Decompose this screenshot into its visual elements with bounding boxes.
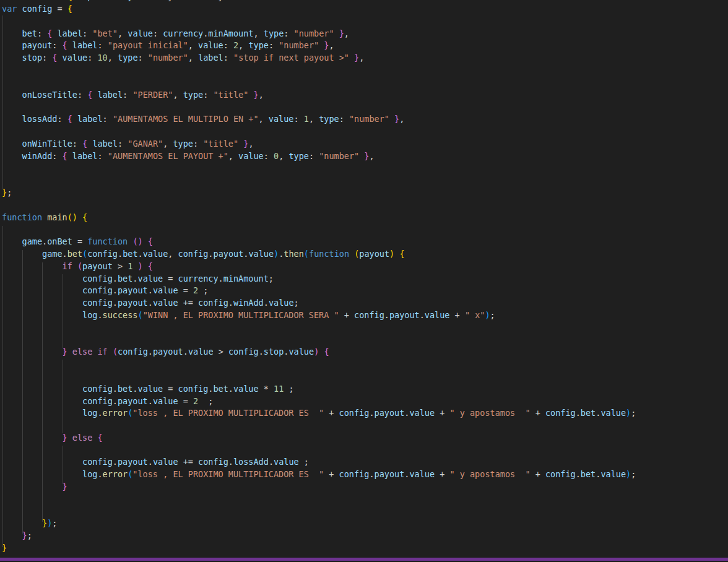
code-token: }	[339, 28, 344, 38]
code-token: "GANAR"	[128, 139, 163, 149]
code-line[interactable]	[2, 371, 728, 383]
code-token	[2, 151, 22, 161]
code-token	[67, 433, 72, 443]
code-token: value	[425, 310, 450, 320]
code-token: :	[118, 139, 128, 149]
code-token: .	[420, 310, 425, 320]
code-line[interactable]	[2, 162, 728, 175]
code-token: payout	[359, 249, 389, 259]
code-line[interactable]	[2, 64, 728, 77]
code-area[interactable]: var config = { bet: { label: "bet", valu…	[2, 3, 728, 555]
code-line[interactable]	[2, 444, 728, 457]
code-token: config	[82, 457, 113, 467]
code-token: 10	[97, 53, 107, 63]
code-line[interactable]	[2, 199, 728, 212]
code-token: :	[52, 40, 62, 50]
code-line[interactable]: if (payout > 1 ) {	[2, 261, 728, 273]
code-token: function	[309, 249, 349, 259]
code-token: label	[92, 139, 118, 149]
code-line[interactable]: game.bet(config.bet.value, config.payout…	[2, 248, 728, 261]
code-line[interactable]	[2, 77, 728, 89]
code-token: payout	[375, 469, 405, 479]
code-token: {	[148, 261, 153, 271]
code-line[interactable]: config.bet.value = config.bet.value * 11…	[2, 383, 728, 396]
code-line[interactable]: config.payout.value += config.winAdd.val…	[2, 297, 728, 309]
code-line[interactable]: } else {	[2, 432, 728, 444]
code-token	[72, 0, 87, 1]
indent-guide	[22, 250, 23, 534]
code-token: payout	[375, 408, 405, 418]
code-token: currency	[163, 28, 203, 38]
code-line[interactable]: game.onBet = function () {	[2, 236, 728, 248]
code-token: "AUMENTAMOS EL MULTIPLO EN +"	[113, 114, 259, 124]
code-token: config	[354, 310, 384, 320]
code-token: .	[132, 384, 137, 394]
code-line[interactable]: config.payout.value = 2 ;	[2, 285, 728, 297]
code-line[interactable]	[2, 15, 728, 28]
code-line[interactable]: };	[2, 187, 728, 199]
code-token: :	[52, 151, 62, 161]
code-token: .	[228, 298, 233, 308]
code-token: value	[274, 457, 299, 467]
code-line[interactable]: log.error("loss , EL PROXIMO MULTIPLICAD…	[2, 407, 728, 420]
code-token: game	[42, 249, 63, 259]
code-line[interactable]	[2, 420, 728, 432]
code-token: payout	[118, 285, 148, 295]
code-line[interactable]: }	[2, 542, 728, 555]
code-line[interactable]: stop: { value: 10, type: "number", label…	[2, 52, 728, 64]
code-token: ,	[188, 53, 198, 63]
code-token: .	[113, 274, 118, 283]
code-token: ,	[168, 249, 178, 259]
code-token: game	[22, 236, 43, 246]
code-token: value	[63, 53, 88, 63]
code-token: :	[57, 114, 67, 124]
code-token: :	[77, 90, 87, 100]
code-line[interactable]: config.payout.value = 2 ;	[2, 396, 728, 408]
indent-guide	[63, 274, 63, 348]
code-token: .	[148, 347, 153, 357]
code-line[interactable]: lossAdd: { label: "AUMENTAMOS EL MULTIPL…	[2, 113, 728, 126]
code-token: if	[97, 347, 107, 357]
code-token: .	[219, 274, 223, 283]
code-token: " y apostamos "	[449, 469, 530, 479]
code-line[interactable]	[2, 506, 728, 518]
code-line[interactable]	[2, 101, 728, 113]
code-line[interactable]	[2, 322, 728, 334]
code-token	[132, 0, 168, 1]
code-line[interactable]	[2, 126, 728, 138]
code-token: config	[118, 347, 148, 357]
code-line[interactable]: function main() {	[2, 212, 728, 224]
code-token: value	[600, 408, 626, 418]
code-line[interactable]	[2, 493, 728, 506]
code-token: onBet	[47, 236, 72, 246]
indent-guide	[42, 262, 43, 522]
code-line[interactable]: log.success("WINN , EL PROXIMO MULTIPLIC…	[2, 309, 728, 322]
code-line[interactable]	[2, 175, 728, 187]
code-line[interactable]: }	[2, 481, 728, 493]
code-line[interactable]: payout: { label: "payout inicial", value…	[2, 40, 728, 52]
code-token	[2, 261, 63, 271]
code-token: .	[228, 384, 233, 394]
code-line[interactable]: onWinTitle: { label: "GANAR", type: "tit…	[2, 138, 728, 150]
code-line[interactable]: onLoseTitle: { label: "PERDER", type: "t…	[2, 89, 728, 102]
code-line[interactable]: winAdd: { label: "AUMENTAMOS EL PAYOUT +…	[2, 150, 728, 163]
indent-guide	[63, 446, 63, 484]
code-line[interactable]	[2, 358, 728, 371]
code-token: :	[103, 114, 113, 124]
code-line[interactable]: config.payout.value += config.lossAdd.va…	[2, 456, 728, 469]
code-line[interactable]: bet: { label: "bet", value: currency.min…	[2, 28, 728, 40]
code-line[interactable]	[2, 223, 728, 236]
code-token: ,	[399, 114, 404, 124]
code-token: log	[82, 408, 97, 418]
code-line[interactable]: });	[2, 517, 728, 530]
code-token: .	[208, 249, 213, 259]
code-line[interactable]: log.error("loss , EL PROXIMO MULTIPLICAD…	[2, 469, 728, 481]
code-line[interactable]: } else if (config.payout.value > config.…	[2, 346, 728, 358]
code-line[interactable]: config.bet.value = currency.minAmount;	[2, 273, 728, 285]
code-token: +	[449, 310, 464, 320]
code-token: value	[153, 396, 178, 406]
code-line[interactable]: var config = {	[2, 3, 728, 15]
code-line[interactable]	[2, 334, 728, 347]
code-editor[interactable]: { p y y y var config = { bet: { label: "…	[0, 0, 728, 562]
code-line[interactable]: };	[2, 530, 728, 542]
